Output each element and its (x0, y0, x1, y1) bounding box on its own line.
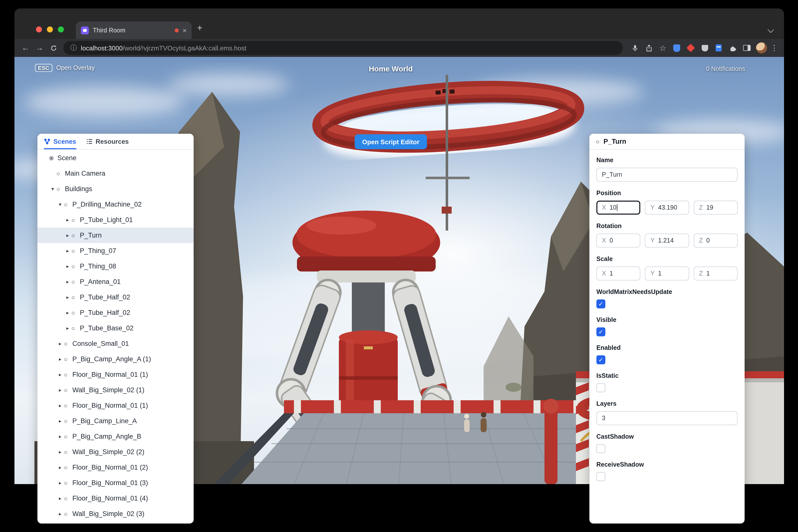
extension-shield-icon[interactable] (670, 44, 684, 52)
expand-arrow-icon[interactable]: ▸ (56, 434, 64, 439)
esc-key-badge: ESC (35, 64, 52, 72)
tree-item-p-tube-base-02[interactable]: ▸○P_Tube_Base_02 (37, 320, 194, 336)
tree-item-p-tube-light-01[interactable]: ▸○P_Tube_Light_01 (37, 212, 194, 228)
window-minimize-button[interactable] (47, 26, 53, 33)
extensions-puzzle-icon[interactable] (726, 44, 740, 52)
tree-item-p-tube-half-02[interactable]: ▸○P_Tube_Half_02 (37, 305, 194, 320)
rotation-x-input[interactable]: X 0 (596, 233, 641, 248)
rotation-label: Rotation (596, 223, 738, 230)
expand-arrow-icon[interactable]: ▸ (64, 310, 71, 316)
tree-item-wall-big-simple-02-1[interactable]: ▸○Wall_Big_Simple_02 (1) (37, 382, 194, 398)
tree-item-p-thing-08[interactable]: ▸○P_Thing_08 (37, 259, 194, 274)
scale-z-value: 1 (706, 270, 710, 277)
notifications-label[interactable]: 0 Notifications (706, 65, 745, 72)
collapse-arrow-icon[interactable]: ▾ (56, 202, 64, 207)
scene-tree[interactable]: ⊕Scene○Main Camera▾○Buildings▾○P_Drillin… (37, 150, 194, 524)
tree-item-p-thing-07[interactable]: ▸○P_Thing_07 (37, 243, 194, 259)
window-zoom-button[interactable] (58, 26, 64, 33)
collapse-arrow-icon[interactable]: ▾ (49, 186, 56, 192)
tree-item-buildings[interactable]: ▾○Buildings (37, 181, 194, 197)
tree-item-floor-big-normal-01-1[interactable]: ▸○Floor_Big_Normal_01 (1) (37, 367, 194, 382)
expand-arrow-icon[interactable]: ▸ (56, 341, 64, 346)
browser-menu-icon[interactable]: ⋮ (771, 43, 778, 52)
expand-arrow-icon[interactable]: ▸ (64, 232, 71, 238)
tab-close-icon[interactable]: × (183, 27, 187, 34)
window-close-button[interactable] (36, 26, 42, 33)
extension-flask-icon[interactable] (698, 45, 712, 51)
tree-item-p-big-camp-angle-b[interactable]: ▸○P_Big_Camp_Angle_B (37, 429, 194, 444)
tab-resources-label: Resources (96, 138, 129, 145)
name-input[interactable] (596, 168, 738, 182)
isstatic-checkbox[interactable] (596, 383, 605, 392)
extension-diamond-icon[interactable] (684, 45, 698, 51)
expand-arrow-icon[interactable]: ▸ (56, 449, 64, 455)
rotation-z-input[interactable]: Z 0 (694, 233, 738, 248)
tab-resources[interactable]: Resources (86, 134, 129, 149)
tree-item-p-big-camp-line-a[interactable]: ▸○P_Big_Camp_Line_A (37, 413, 194, 429)
expand-arrow-icon[interactable]: ▸ (56, 387, 64, 393)
tree-item-p-big-camp-angle-a-1[interactable]: ▸○P_Big_Camp_Angle_A (1) (37, 352, 194, 367)
enabled-checkbox[interactable]: ✓ (596, 355, 605, 364)
new-tab-button[interactable]: + (197, 23, 202, 33)
expand-arrow-icon[interactable]: ▸ (56, 511, 64, 516)
back-button[interactable]: ← (18, 43, 33, 52)
share-icon[interactable] (642, 44, 656, 52)
site-info-icon[interactable]: ⓘ (70, 43, 77, 52)
worldmatrixneedsupdate-checkbox[interactable]: ✓ (596, 300, 605, 308)
expand-arrow-icon[interactable]: ▸ (64, 217, 71, 223)
expand-arrow-icon[interactable]: ▸ (56, 496, 64, 501)
tree-item-wall-big-simple-02-3[interactable]: ▸○Wall_Big_Simple_02 (3) (37, 506, 194, 521)
position-x-input[interactable]: X 10 (596, 201, 641, 214)
expand-arrow-icon[interactable]: ▸ (56, 464, 64, 470)
expand-arrow-icon[interactable]: ▸ (56, 372, 64, 377)
tree-item-p-turn[interactable]: ▸○P_Turn (37, 228, 194, 243)
search-tabs-chevron-icon[interactable] (767, 26, 774, 33)
tree-item-main-camera[interactable]: ○Main Camera (37, 166, 194, 181)
expand-arrow-icon[interactable]: ▸ (56, 356, 64, 362)
expand-arrow-icon[interactable]: ▸ (64, 294, 71, 300)
expand-arrow-icon[interactable]: ▸ (56, 418, 64, 424)
tree-item-floor-big-normal-01-1[interactable]: ▸○Floor_Big_Normal_01 (1) (37, 398, 194, 413)
side-panel-icon[interactable] (740, 45, 754, 51)
globe-icon: ⊕ (49, 154, 57, 162)
bookmark-star-icon[interactable]: ☆ (656, 43, 670, 53)
scale-y-input[interactable]: Y 1 (645, 266, 689, 281)
tree-item-label: Floor_Big_Normal_01 (4) (72, 495, 148, 502)
castshadow-checkbox[interactable] (596, 444, 605, 453)
reload-button[interactable] (46, 44, 60, 52)
layers-input[interactable]: 3 (596, 411, 738, 425)
forward-button[interactable]: → (33, 43, 46, 52)
position-z-input[interactable]: Z 19 (694, 201, 738, 214)
tree-item-p-antena-01[interactable]: ▸○P_Antena_01 (37, 274, 194, 289)
tree-item-floor-big-normal-01-3[interactable]: ▸○Floor_Big_Normal_01 (3) (37, 475, 194, 491)
open-script-editor-button[interactable]: Open Script Editor (355, 134, 427, 149)
profile-avatar[interactable] (754, 42, 770, 53)
tree-item-p-drilling-machine-02[interactable]: ▾○P_Drilling_Machine_02 (37, 197, 194, 212)
tree-item-p-tube-half-02[interactable]: ▸○P_Tube_Half_02 (37, 289, 194, 305)
receiveshadow-checkbox[interactable] (596, 472, 605, 481)
browser-tab[interactable]: Third Room × (76, 21, 192, 39)
open-overlay-control[interactable]: ESC Open Overlay (35, 64, 95, 72)
axis-y-label: Y (650, 270, 655, 277)
expand-arrow-icon[interactable]: ▸ (56, 403, 64, 408)
extension-doc-icon[interactable] (712, 44, 726, 52)
rotation-y-input[interactable]: Y 1.214 (645, 233, 689, 248)
tree-item-floor-big-normal-01-2[interactable]: ▸○Floor_Big_Normal_01 (2) (37, 460, 194, 475)
tree-item-scene[interactable]: ⊕Scene (37, 150, 194, 166)
expand-arrow-icon[interactable]: ▸ (64, 325, 71, 331)
visible-checkbox[interactable]: ✓ (596, 327, 605, 336)
tree-item-wall-big-simple-02-2[interactable]: ▸○Wall_Big_Simple_02 (2) (37, 444, 194, 460)
microphone-icon[interactable] (628, 44, 642, 52)
expand-arrow-icon[interactable]: ▸ (64, 248, 71, 253)
tab-scenes[interactable]: Scenes (44, 134, 76, 149)
desktop: Third Room × + ← → ⓘ localhost:3000/worl… (0, 0, 798, 532)
address-bar[interactable]: ⓘ localhost:3000/world/!vjrzmTVOcyIsLgaA… (63, 41, 623, 55)
expand-arrow-icon[interactable]: ▸ (56, 480, 64, 486)
scale-z-input[interactable]: Z 1 (694, 266, 738, 281)
tree-item-floor-big-normal-01-4[interactable]: ▸○Floor_Big_Normal_01 (4) (37, 491, 194, 506)
tree-item-console-small-01[interactable]: ▸○Console_Small_01 (37, 336, 194, 352)
position-y-input[interactable]: Y 43.190 (645, 201, 689, 214)
scale-x-input[interactable]: X 1 (596, 266, 641, 281)
expand-arrow-icon[interactable]: ▸ (64, 279, 71, 284)
expand-arrow-icon[interactable]: ▸ (64, 264, 71, 269)
